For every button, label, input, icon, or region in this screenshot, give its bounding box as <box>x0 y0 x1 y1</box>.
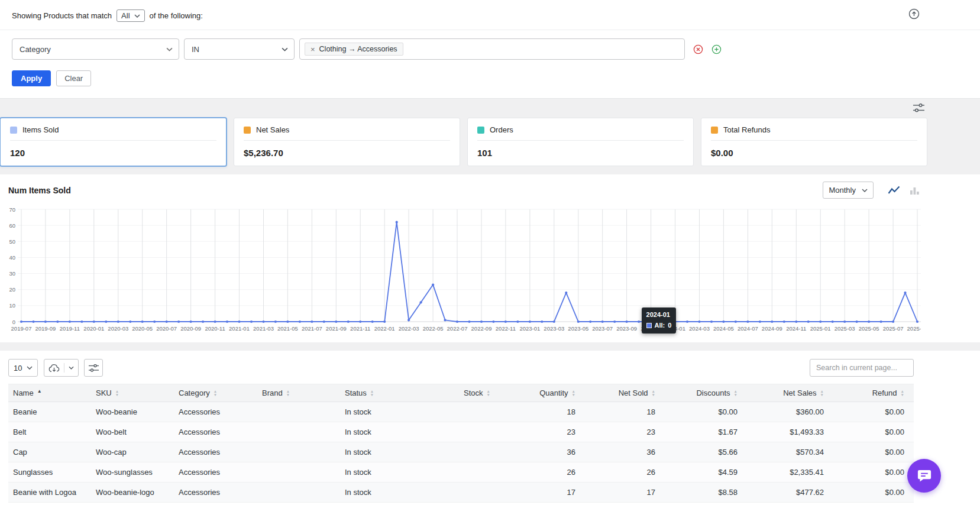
chevron-down-icon <box>134 14 140 18</box>
chevron-down-icon <box>69 366 74 370</box>
svg-text:2020-07: 2020-07 <box>156 325 177 332</box>
column-header-net-sold[interactable]: Net Sold▲▼ <box>585 384 665 402</box>
dashboard-settings-button[interactable] <box>913 103 924 112</box>
filter-builder-row: Category IN × Clothing → Accessories <box>0 30 980 60</box>
svg-text:2022-05: 2022-05 <box>423 325 444 332</box>
svg-text:2024-03: 2024-03 <box>689 325 710 332</box>
line-chart-toggle-button[interactable] <box>887 184 901 196</box>
match-rule-bar: Showing Products that match All of the f… <box>0 0 980 30</box>
card-header: Total Refunds <box>711 125 917 141</box>
summary-card-total-refunds[interactable]: Total Refunds$0.00 <box>701 118 927 166</box>
column-header-category[interactable]: Category▲▼ <box>174 384 257 402</box>
cell-status: In stock <box>340 483 424 503</box>
filter-field-value: Category <box>20 45 51 54</box>
sort-icon: ▲▼ <box>214 390 217 396</box>
chat-fab-button[interactable] <box>907 459 941 493</box>
column-settings-button[interactable] <box>84 359 103 377</box>
chart-header: Num Items Sold Monthly <box>8 182 921 199</box>
table-row[interactable]: SunglassesWoo-sunglassesAccessoriesIn st… <box>8 462 914 483</box>
cell-stock <box>424 402 500 422</box>
cell-discounts: $8.58 <box>665 483 747 503</box>
svg-text:2020-03: 2020-03 <box>108 325 128 332</box>
tooltip-series-row: All: 0 <box>646 321 672 329</box>
cell-net-sales: $2,335.41 <box>747 462 833 483</box>
table-row[interactable]: CapWoo-capAccessoriesIn stock3636$5.66$5… <box>8 442 914 462</box>
svg-text:2022-03: 2022-03 <box>399 325 419 332</box>
column-header-refund[interactable]: Refund▲▼ <box>833 384 914 402</box>
line-chart[interactable]: 0102030405060702019-072019-092019-112020… <box>8 203 980 339</box>
rows-per-page-select[interactable]: 10 <box>8 359 38 377</box>
sort-icon: ▲▼ <box>820 390 824 396</box>
column-header-stock[interactable]: Stock▲▼ <box>424 384 500 402</box>
add-filter-button[interactable] <box>711 44 722 54</box>
sort-icon: ▲▼ <box>115 390 119 396</box>
bar-chart-toggle-button[interactable] <box>908 184 921 196</box>
card-value: $5,236.70 <box>244 148 450 158</box>
filter-operator-value: IN <box>192 45 199 54</box>
report-header: Showing Products that match All of the f… <box>0 0 980 99</box>
svg-text:2024-05: 2024-05 <box>713 325 734 332</box>
summary-card-orders[interactable]: Orders101 <box>467 118 694 166</box>
svg-text:2023-03: 2023-03 <box>544 325 564 332</box>
column-header-net-sales[interactable]: Net Sales▲▼ <box>747 384 833 402</box>
chevron-down-icon <box>166 47 173 51</box>
filter-value-input[interactable]: × Clothing → Accessories <box>299 38 685 60</box>
svg-text:2025-07: 2025-07 <box>883 325 904 332</box>
sort-icon: ▲▼ <box>370 390 374 396</box>
cell-net-sales: $1,493.33 <box>747 422 833 442</box>
clear-button[interactable]: Clear <box>56 70 91 86</box>
table-row[interactable]: Beanie with LogoaWoo-beanie-logoAccessor… <box>8 483 914 503</box>
apply-button[interactable]: Apply <box>12 70 51 86</box>
cell-net-sold: 18 <box>585 402 665 422</box>
card-header: Items Sold <box>10 125 216 141</box>
cell-brand <box>257 442 340 462</box>
cell-category: Accessories <box>174 402 257 422</box>
interval-select[interactable]: Monthly <box>823 182 874 199</box>
cell-quantity: 17 <box>500 483 585 503</box>
summary-cards: Items Sold120Net Sales$5,236.70Orders101… <box>0 118 927 166</box>
filter-field-select[interactable]: Category <box>12 38 179 60</box>
column-header-discounts[interactable]: Discounts▲▼ <box>665 384 747 402</box>
svg-text:2022-11: 2022-11 <box>496 325 516 332</box>
cell-net-sales: $360.00 <box>747 402 833 422</box>
remove-tag-icon[interactable]: × <box>311 46 315 53</box>
svg-text:2019-09: 2019-09 <box>35 325 56 332</box>
svg-text:40: 40 <box>9 254 15 261</box>
match-prefix-text: Showing Products that match <box>12 11 112 20</box>
column-header-sku[interactable]: SKU▲▼ <box>91 384 174 402</box>
summary-card-items-sold[interactable]: Items Sold120 <box>0 118 227 166</box>
cell-sku: Woo-cap <box>91 442 174 462</box>
column-label: Name <box>13 388 34 397</box>
column-header-status[interactable]: Status▲▼ <box>340 384 424 402</box>
cell-net-sold: 26 <box>585 462 665 483</box>
match-select[interactable]: All <box>117 9 144 22</box>
column-header-name[interactable]: Name▲ <box>8 384 91 402</box>
cell-stock <box>424 483 500 503</box>
table-row[interactable]: BeltWoo-beltAccessoriesIn stock2323$1.67… <box>8 422 914 442</box>
cell-name: Beanie <box>8 402 91 422</box>
remove-filter-button[interactable] <box>693 44 703 54</box>
cell-stock <box>424 462 500 483</box>
cell-quantity: 23 <box>500 422 585 442</box>
cell-net-sold: 36 <box>585 442 665 462</box>
svg-text:2021-11: 2021-11 <box>350 325 370 332</box>
summary-card-net-sales[interactable]: Net Sales$5,236.70 <box>234 118 460 166</box>
activity-panel-toggle-button[interactable] <box>908 8 920 20</box>
table-search-input[interactable] <box>810 359 914 377</box>
filter-operator-select[interactable]: IN <box>184 38 295 60</box>
sort-icon: ▲▼ <box>652 390 655 396</box>
cell-name: Belt <box>8 422 91 442</box>
export-button[interactable] <box>44 359 79 377</box>
chevron-down-icon <box>862 189 868 192</box>
svg-text:2021-01: 2021-01 <box>229 325 250 332</box>
table-row[interactable]: BeanieWoo-beanieAccessoriesIn stock1818$… <box>8 402 914 422</box>
chart-panel: Num Items Sold Monthly 01020304050607020… <box>0 174 980 342</box>
cell-stock <box>424 422 500 442</box>
svg-text:2021-03: 2021-03 <box>253 325 274 332</box>
column-header-quantity[interactable]: Quantity▲▼ <box>500 384 585 402</box>
column-header-brand[interactable]: Brand▲▼ <box>257 384 340 402</box>
cell-discounts: $5.66 <box>665 442 747 462</box>
card-label: Orders <box>490 125 513 134</box>
series-swatch <box>477 127 484 134</box>
cell-sku: Woo-beanie <box>91 402 174 422</box>
